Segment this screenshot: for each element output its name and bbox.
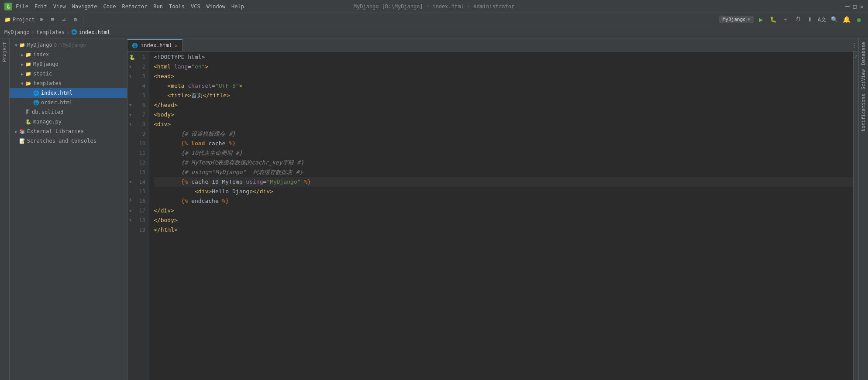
coverage-button[interactable]: ☂ [781,15,790,24]
line-11: 11 [127,148,149,158]
window-controls: ─ □ ✕ [845,2,864,10]
tree-item-index[interactable]: ▶ 📁 index [10,50,127,59]
suspend-button[interactable]: ⏸ [805,15,815,24]
line-18: ▼18 [127,216,149,225]
toolbar: 📁 Project ⊕ ≡ ⇄ ⚙ MyDjango ▼ ▶ 🐛 ☂ ⏱ ⏸ A… [0,13,868,26]
menu-run[interactable]: Run [153,3,163,10]
code-line-6: </head> [154,100,853,110]
menu-help[interactable]: Help [231,3,244,10]
code-line-12: {# MyTemp代表缓存数据的cachr_key字段 #} [154,158,853,168]
arrow-templates: ▼ [19,81,25,86]
tab-index-html[interactable]: 🌐 index.html ✕ [127,39,183,51]
code-content[interactable]: <!DOCTYPE html> <html lang="en"> <head> … [149,51,853,380]
tree-path-mydjango: D:\MyDjango [54,42,86,48]
menu-refactor[interactable]: Refactor [122,3,147,10]
arrow-index: ▶ [19,52,25,57]
code-line-7: <body> [154,110,853,120]
html-file-icon: 🌐 [71,29,77,35]
notifications-panel-btn[interactable]: Notifications [860,92,867,133]
project-panel-label[interactable]: Project [2,42,7,62]
fold-18: ▼ [129,218,131,223]
file-tree: ▼ 📁 MyDjango D:\MyDjango ▶ 📁 index ▶ 📁 M… [10,38,127,380]
tab-file-icon: 🌐 [132,43,138,48]
menu-code[interactable]: Code [103,3,116,10]
breadcrumb-file[interactable]: 🌐 index.html [71,29,110,35]
breadcrumb-sep2: › [66,29,69,35]
code-line-17: </div> [154,206,853,216]
code-line-15: <div>Hello Django</div> [154,187,853,196]
tree-label-order-html: order.html [41,99,72,106]
right-panel: Database SciView Notifications [858,38,868,380]
tree-item-mydjango-sub[interactable]: ▶ 📁 MyDjango [10,59,127,69]
tree-item-db[interactable]: 🗄 db.sqlite3 [10,107,127,117]
menu-view[interactable]: View [53,3,66,10]
tree-item-manage[interactable]: 🐍 manage.py [10,117,127,127]
folder-icon-templates: 📂 [25,81,31,86]
code-line-9: {# 设置模板缓存 #} [154,129,853,139]
main-layout: Project ▼ 📁 MyDjango D:\MyDjango ▶ 📁 ind… [0,38,868,380]
line-10: 10 [127,139,149,148]
menu-navigate[interactable]: Navigate [72,3,97,10]
close-button[interactable]: ✕ [860,3,864,10]
tab-label: index.html [141,42,172,48]
line-2: ▼2 [127,62,149,72]
settings-btn[interactable]: ⚙ [71,15,80,24]
scratches-icon: 📝 [19,138,25,144]
code-line-3: <head> [154,72,853,81]
fold-7: ▼ [129,113,131,117]
translate-button[interactable]: A文 [817,15,827,24]
arrow-external-libs: ▶ [13,129,19,134]
maximize-button[interactable]: □ [853,3,857,10]
sidebar-toggle[interactable]: Project [0,38,10,380]
html-icon-index: 🌐 [33,90,39,96]
tab-close-btn[interactable]: ✕ [175,43,178,48]
db-icon: 🗄 [25,110,30,115]
tree-item-order-html[interactable]: 🌐 order.html [10,98,127,107]
minimize-button[interactable]: ─ [845,2,850,10]
line-numbers: 🐍 1 ▼2 ▼3 4 5 ▼6 ▼7 ▼8 [127,51,149,380]
profile-button[interactable]: ⏱ [793,15,803,24]
config-btn3[interactable]: ⇄ [59,15,69,24]
run-config-selector[interactable]: MyDjango ▼ [719,16,754,23]
menu-file[interactable]: File [16,3,28,10]
menu-tools[interactable]: Tools [169,3,185,10]
profile-icon[interactable]: ● [854,15,864,24]
line-1: 🐍 1 [127,52,149,62]
run-button[interactable]: ▶ [756,15,766,24]
menu-vcs[interactable]: VCS [191,3,200,10]
code-line-8: <div> [154,120,853,129]
breadcrumb-root[interactable]: MyDjango [4,29,30,35]
sciview-panel-btn[interactable]: SciView [860,68,867,91]
menu-window[interactable]: Window [207,3,225,10]
menu-edit[interactable]: Edit [34,3,47,10]
code-line-18: </body> [154,216,853,225]
notifications-button[interactable]: 🔔 [842,15,851,24]
folder-icon-mydjango: 📁 [19,42,25,48]
tree-label-manage: manage.py [33,119,62,125]
project-panel: ▼ 📁 MyDjango D:\MyDjango ▶ 📁 index ▶ 📁 M… [10,38,127,380]
menu-bar: File Edit View Navigate Code Refactor Ru… [16,3,244,10]
tree-item-index-html[interactable]: 🌐 index.html [10,88,127,98]
breadcrumb: MyDjango › templates › 🌐 index.html [0,26,868,38]
tree-label-mydjango-sub: MyDjango [33,61,59,67]
py-icon-manage: 🐍 [25,119,31,125]
line-8: ▼8 [127,120,149,129]
config-btn2[interactable]: ≡ [48,15,58,24]
add-config-btn[interactable]: ⊕ [37,15,46,24]
tree-item-static[interactable]: ▶ 📁 static [10,69,127,79]
tree-item-scratches[interactable]: 📝 Scratches and Consoles [10,136,127,146]
tree-label-templates: templates [33,80,62,86]
code-line-1: <!DOCTYPE html> [154,52,853,62]
project-label: Project [13,17,35,23]
tab-menu-button[interactable]: ⋮ [850,39,858,51]
tree-item-mydjango[interactable]: ▼ 📁 MyDjango D:\MyDjango [10,40,127,50]
breadcrumb-current: index.html [79,29,110,35]
debug-button[interactable]: 🐛 [768,15,778,24]
tree-item-templates[interactable]: ▼ 📂 templates [10,79,127,88]
breadcrumb-templates[interactable]: templates [36,29,65,35]
tree-item-external-libs[interactable]: ▶ 📚 External Libraries [10,127,127,136]
line-13: 13 [127,168,149,177]
line-17: ▼17 [127,206,149,216]
database-panel-btn[interactable]: Database [860,40,867,67]
search-button[interactable]: 🔍 [830,15,839,24]
